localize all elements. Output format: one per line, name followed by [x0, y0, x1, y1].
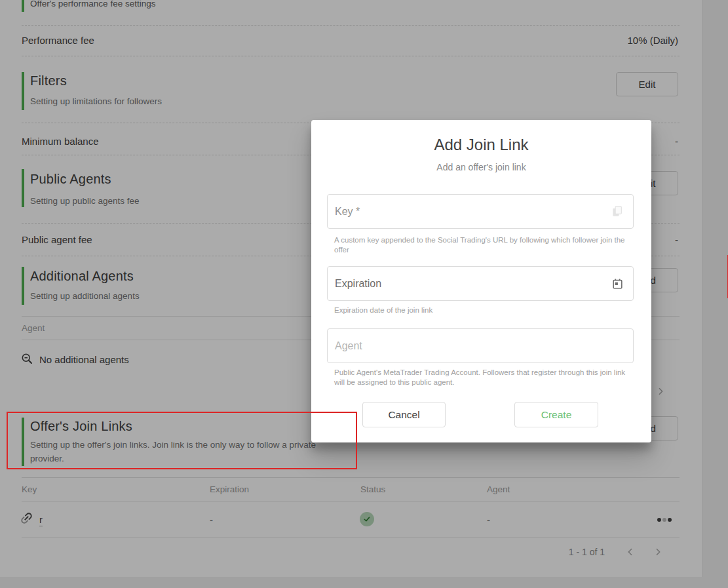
agent-input[interactable]: Agent — [327, 328, 634, 363]
screen: Offer's performance fee settings Perform… — [0, 0, 728, 588]
dialog-title: Add Join Link — [311, 136, 651, 154]
key-input[interactable]: Key * — [327, 194, 634, 229]
key-input-label: Key * — [335, 206, 360, 218]
copy-icon[interactable] — [611, 205, 624, 219]
expiration-input-label: Expiration — [335, 278, 381, 290]
agent-input-label: Agent — [335, 340, 362, 352]
expiration-input[interactable]: Expiration — [327, 266, 634, 301]
cancel-button[interactable]: Cancel — [362, 402, 446, 427]
calendar-icon[interactable] — [611, 277, 624, 290]
add-join-link-dialog: Add Join Link Add an offer's join link K… — [311, 120, 651, 442]
key-helper-text: A custom key appended to the Social Trad… — [334, 235, 626, 255]
dialog-subtitle: Add an offer's join link — [311, 162, 651, 172]
agent-helper-text: Public Agent's MetaTrader Trading Accoun… — [334, 368, 626, 387]
expiration-helper-text: Expiration date of the join link — [334, 305, 626, 315]
create-button[interactable]: Create — [514, 402, 598, 427]
